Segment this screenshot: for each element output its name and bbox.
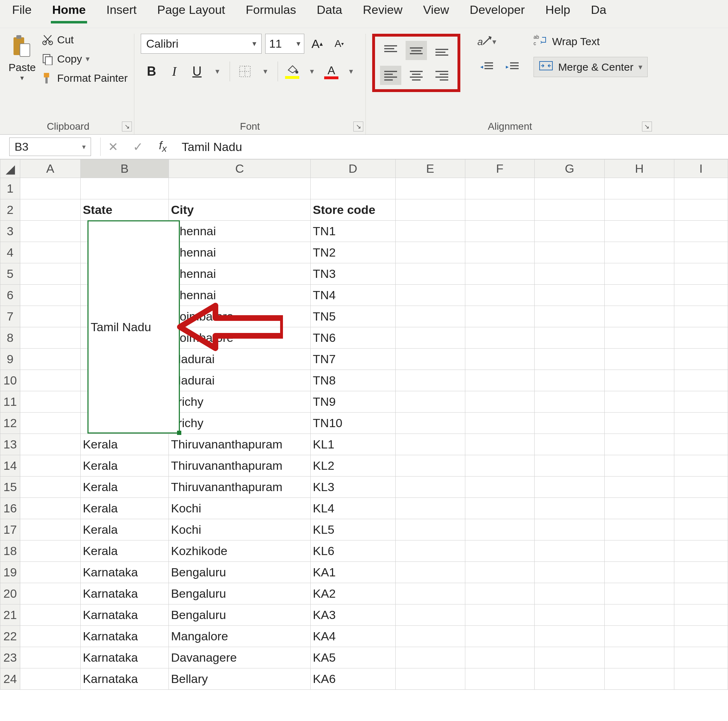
cell[interactable] <box>535 242 605 263</box>
font-color-menu[interactable]: ▾ <box>343 61 359 82</box>
cell[interactable] <box>535 199 605 221</box>
cell[interactable] <box>395 668 465 690</box>
cell[interactable] <box>674 477 728 498</box>
cell[interactable]: State <box>80 199 168 221</box>
cell[interactable]: Karnataka <box>80 626 168 647</box>
tab-page-layout[interactable]: Page Layout <box>156 2 226 23</box>
cell[interactable]: Karnataka <box>80 668 168 690</box>
cell[interactable] <box>674 263 728 285</box>
col-header-I[interactable]: I <box>674 160 728 178</box>
cell[interactable]: TN1 <box>310 221 396 242</box>
cell[interactable] <box>465 647 535 668</box>
cell[interactable] <box>674 285 728 306</box>
cell[interactable]: KA2 <box>310 583 396 605</box>
cell[interactable] <box>535 519 605 541</box>
cell[interactable] <box>395 562 465 583</box>
cell[interactable]: TN9 <box>310 391 396 412</box>
cell[interactable] <box>395 391 465 412</box>
formula-input[interactable]: Tamil Nadu <box>175 137 728 156</box>
cell[interactable] <box>535 434 605 455</box>
tab-data[interactable]: Data <box>315 2 344 23</box>
cell[interactable] <box>535 455 605 477</box>
cell[interactable] <box>20 263 81 285</box>
col-header-H[interactable]: H <box>604 160 674 178</box>
cell[interactable]: Mangalore <box>168 626 310 647</box>
cell[interactable] <box>465 668 535 690</box>
cell[interactable]: Kochi <box>168 519 310 541</box>
cell[interactable] <box>535 605 605 626</box>
cell[interactable] <box>535 583 605 605</box>
cell[interactable]: KL6 <box>310 541 396 562</box>
align-left-button[interactable] <box>380 66 401 85</box>
cell[interactable] <box>604 477 674 498</box>
row-header[interactable]: 20 <box>0 583 20 605</box>
cell[interactable] <box>465 541 535 562</box>
cell[interactable] <box>465 242 535 263</box>
cell[interactable]: Kozhikode <box>168 541 310 562</box>
cell[interactable]: KL2 <box>310 455 396 477</box>
cell[interactable] <box>395 498 465 519</box>
tab-home[interactable]: Home <box>51 2 87 23</box>
cell[interactable] <box>395 605 465 626</box>
cell[interactable] <box>465 327 535 348</box>
cell[interactable] <box>20 434 81 455</box>
font-name-select[interactable]: Calibri ▾ <box>141 34 262 53</box>
cell[interactable]: City <box>168 199 310 221</box>
cell[interactable] <box>395 178 465 199</box>
cell[interactable] <box>20 221 81 242</box>
cell[interactable]: Karnataka <box>80 647 168 668</box>
cell[interactable] <box>395 541 465 562</box>
col-header-F[interactable]: F <box>465 160 535 178</box>
row-header[interactable]: 16 <box>0 498 20 519</box>
cell[interactable] <box>310 178 396 199</box>
merged-cell-B3-B12[interactable]: Tamil Nadu <box>87 220 180 434</box>
cell[interactable]: Kerala <box>80 477 168 498</box>
cell[interactable] <box>604 391 674 412</box>
cell[interactable] <box>465 412 535 434</box>
cell[interactable] <box>395 434 465 455</box>
cell[interactable] <box>674 391 728 412</box>
tab-view[interactable]: View <box>422 2 450 23</box>
font-color-button[interactable]: A <box>321 64 341 79</box>
cell[interactable] <box>465 348 535 370</box>
cell[interactable] <box>465 455 535 477</box>
row-header[interactable]: 3 <box>0 221 20 242</box>
borders-button[interactable] <box>234 61 255 82</box>
name-box[interactable]: B3 ▾ <box>9 137 91 156</box>
cell[interactable]: TN3 <box>310 263 396 285</box>
align-bottom-button[interactable] <box>431 41 453 60</box>
tab-insert[interactable]: Insert <box>105 2 138 23</box>
row-header[interactable]: 24 <box>0 668 20 690</box>
cell[interactable] <box>674 199 728 221</box>
cell[interactable]: KL5 <box>310 519 396 541</box>
cell[interactable] <box>20 348 81 370</box>
row-header[interactable]: 6 <box>0 285 20 306</box>
cell[interactable] <box>674 562 728 583</box>
cell[interactable] <box>535 626 605 647</box>
cell[interactable] <box>535 348 605 370</box>
cell[interactable]: KL4 <box>310 498 396 519</box>
cell[interactable] <box>535 498 605 519</box>
cell[interactable] <box>604 221 674 242</box>
cell[interactable] <box>465 221 535 242</box>
row-header[interactable]: 7 <box>0 306 20 327</box>
underline-menu[interactable]: ▾ <box>209 61 225 82</box>
cell[interactable] <box>465 626 535 647</box>
row-header[interactable]: 2 <box>0 199 20 221</box>
cell[interactable] <box>674 455 728 477</box>
cell[interactable] <box>20 626 81 647</box>
cell[interactable] <box>535 221 605 242</box>
copy-button[interactable]: Copy ▾ <box>41 53 128 65</box>
cell[interactable] <box>168 178 310 199</box>
cell[interactable] <box>465 605 535 626</box>
cell[interactable]: KA3 <box>310 605 396 626</box>
align-middle-button[interactable] <box>405 41 427 60</box>
cell[interactable] <box>604 541 674 562</box>
row-header[interactable]: 23 <box>0 647 20 668</box>
cell[interactable] <box>465 285 535 306</box>
col-header-B[interactable]: B <box>80 160 168 178</box>
cell[interactable]: Trichy <box>168 391 310 412</box>
cell[interactable] <box>674 541 728 562</box>
cell[interactable]: Kerala <box>80 498 168 519</box>
cell[interactable] <box>535 477 605 498</box>
